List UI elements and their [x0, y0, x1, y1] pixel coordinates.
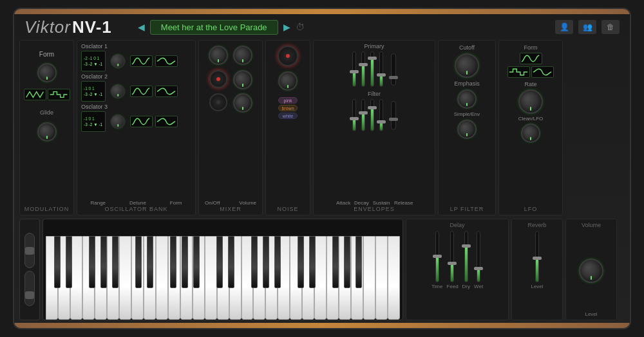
preset-clock-icon[interactable]: ⏱	[296, 22, 305, 32]
main-area: Form Glide	[19, 40, 625, 215]
lfo-rate-knob[interactable]	[518, 89, 543, 114]
glide-knob-container	[37, 121, 57, 141]
primary-attack-track[interactable]	[352, 51, 356, 87]
preset-display[interactable]: Meet her at the Love Parade	[150, 20, 278, 35]
black-key[interactable]	[193, 236, 200, 288]
noise-pink-button[interactable]: pink	[278, 97, 298, 104]
delay-feed-fader: Feed	[446, 231, 458, 317]
delete-preset-button[interactable]: 🗑	[601, 20, 620, 34]
osc2-detune-knob[interactable]	[111, 84, 125, 98]
black-key[interactable]	[147, 236, 154, 288]
wood-trim-top	[14, 9, 630, 14]
filter-decay-track[interactable]	[361, 99, 365, 131]
save-preset-button[interactable]: 👤	[555, 20, 573, 34]
black-key[interactable]	[263, 236, 270, 288]
load-preset-button[interactable]: 👥	[578, 20, 596, 34]
header: Viktor NV-1 ◀ Meet her at the Love Parad…	[14, 14, 630, 40]
delay-wet-track[interactable]	[477, 231, 480, 282]
black-key[interactable]	[298, 236, 305, 288]
delay-time-fader: Time	[431, 231, 442, 317]
lfo-section-label: LFO	[499, 206, 562, 212]
white-key[interactable]	[375, 236, 388, 320]
lfo-wave-3[interactable]	[531, 66, 554, 78]
black-key[interactable]	[54, 236, 61, 288]
black-key[interactable]	[309, 236, 316, 288]
primary-release-fader	[379, 51, 383, 87]
mixer-onoff-1[interactable]	[209, 70, 227, 88]
primary-decay-track[interactable]	[361, 51, 365, 87]
prev-preset-button[interactable]: ◀	[138, 22, 145, 32]
modulation-section: Form Glide	[19, 40, 74, 215]
volume-knob[interactable]	[579, 259, 603, 283]
lfo-clean-knob[interactable]	[521, 123, 540, 143]
noise-brown-button[interactable]: brown	[278, 105, 298, 111]
black-key[interactable]	[251, 236, 258, 288]
black-key[interactable]	[135, 236, 142, 288]
reverb-level-label: Level	[531, 284, 543, 289]
delay-section: Delay Time Feed	[406, 219, 509, 320]
form-knob[interactable]	[37, 63, 57, 82]
lfo-section: Form	[498, 40, 563, 215]
osc-section-label: Oscillator Bank	[77, 206, 195, 212]
white-key[interactable]	[119, 236, 131, 320]
mixer-onoff-2[interactable]	[209, 93, 227, 111]
piano-keyboard[interactable]	[43, 219, 403, 320]
osc3-wave-display2	[155, 116, 178, 127]
black-key[interactable]	[100, 236, 108, 288]
black-key[interactable]	[112, 236, 119, 288]
filter-label: Filter	[317, 91, 431, 97]
black-key[interactable]	[170, 236, 177, 288]
mixer-knob-3[interactable]	[233, 70, 252, 89]
delay-feed-track[interactable]	[450, 231, 454, 282]
noise-white-button[interactable]: white	[278, 113, 298, 119]
noise-volume-knob[interactable]	[278, 71, 298, 91]
white-key[interactable]	[156, 236, 168, 320]
simple-env-knob[interactable]	[457, 120, 477, 139]
primary-sustain-fader	[370, 51, 374, 87]
black-key[interactable]	[355, 236, 363, 288]
attack-label: Attack	[336, 200, 350, 206]
delay-time-track[interactable]	[435, 231, 439, 282]
modulation-section-label: Modulation	[20, 206, 73, 212]
mixer-knob-4[interactable]	[233, 93, 252, 113]
filter-attack-track[interactable]	[352, 99, 356, 131]
filter-release-track[interactable]	[379, 99, 383, 131]
mixer-knob-2[interactable]	[233, 46, 252, 65]
primary-release-track[interactable]	[379, 51, 383, 87]
volume-section-label: Volume	[582, 222, 601, 228]
glide-knob[interactable]	[37, 122, 57, 141]
white-key[interactable]	[388, 236, 400, 320]
black-key[interactable]	[332, 236, 339, 288]
filter-sustain-track[interactable]	[370, 99, 374, 131]
white-key[interactable]	[205, 236, 217, 320]
noise-section: pink brown white Noise	[265, 40, 310, 215]
white-key[interactable]	[363, 236, 375, 320]
black-key[interactable]	[216, 236, 223, 288]
black-key[interactable]	[182, 236, 189, 288]
logo: Viktor NV-1	[24, 17, 112, 37]
reverb-section: Reverb Level	[511, 219, 563, 320]
mixer-knob-1[interactable]	[209, 46, 228, 65]
range-bottom-label: Range	[90, 200, 106, 206]
black-key[interactable]	[344, 236, 351, 288]
black-key[interactable]	[66, 236, 73, 288]
white-key[interactable]	[314, 236, 327, 320]
primary-sustain-track[interactable]	[370, 51, 374, 87]
next-preset-button[interactable]: ▶	[283, 22, 290, 32]
mod-wheel[interactable]	[24, 271, 35, 306]
reverb-level-track[interactable]	[535, 231, 539, 282]
pitch-wheel[interactable]	[24, 233, 35, 268]
emphasis-knob[interactable]	[457, 89, 477, 109]
cutoff-knob[interactable]	[455, 53, 479, 78]
onoff-bottom-label: On/Off	[205, 200, 220, 206]
lfo-wave-1[interactable]	[520, 53, 542, 64]
black-key[interactable]	[274, 236, 281, 288]
envelopes-section-label: Envelopes	[314, 206, 435, 212]
osc3-detune-knob[interactable]	[111, 114, 125, 129]
black-key[interactable]	[89, 236, 96, 288]
delay-dry-track[interactable]	[464, 231, 468, 282]
noise-toggle[interactable]	[278, 46, 298, 66]
osc1-detune-knob[interactable]	[111, 54, 125, 68]
black-key[interactable]	[228, 236, 235, 288]
lfo-wave-2[interactable]	[507, 66, 530, 78]
